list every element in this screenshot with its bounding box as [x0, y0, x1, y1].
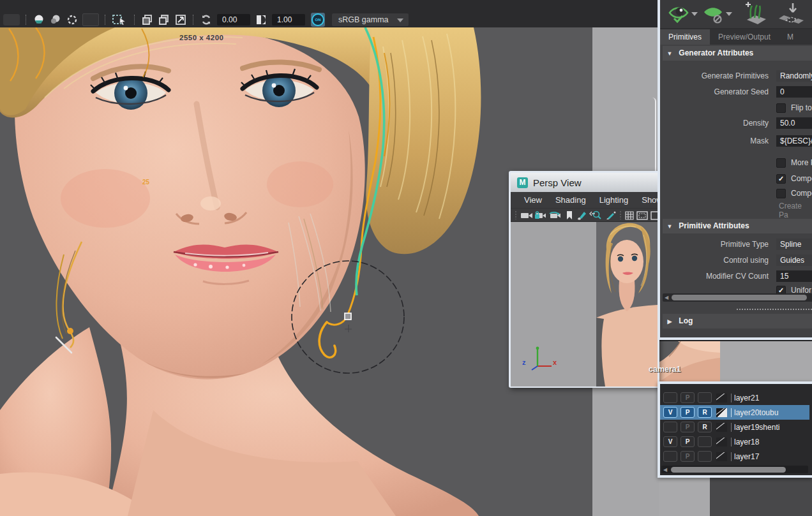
field-label: Control using: [660, 256, 776, 265]
scroll-left-arrow-icon[interactable]: ◀: [661, 467, 669, 473]
axis-gizmo: z x: [522, 344, 560, 372]
tab-clipped[interactable]: M: [779, 29, 802, 45]
collapse-triangle-icon: ▼: [663, 219, 677, 234]
menu-view[interactable]: View: [524, 195, 542, 205]
chevron-down-icon[interactable]: [691, 12, 698, 16]
field-label: Primitive Type: [660, 240, 776, 249]
section-title: Log: [679, 316, 693, 325]
visibility-toggle[interactable]: [663, 392, 677, 403]
layer-name[interactable]: layer17: [731, 452, 759, 461]
render-viewport[interactable]: 2550 x 4200: [0, 27, 592, 516]
ipr-render-icon[interactable]: [49, 14, 62, 26]
reference-toggle[interactable]: [698, 451, 712, 462]
snapshot-icon[interactable]: [66, 14, 79, 26]
camera-name-label: camera1: [649, 365, 681, 374]
chevron-down-icon: [397, 18, 403, 22]
reference-toggle[interactable]: [698, 392, 712, 403]
layer-name[interactable]: layer20toubu: [731, 408, 778, 417]
scrollbar-thumb[interactable]: [671, 467, 786, 473]
layer-row[interactable]: P R layer19shenti: [660, 420, 809, 434]
brush-icon: [606, 212, 616, 220]
layer-color-swatch[interactable]: [716, 394, 727, 402]
inactive-tool-icon[interactable]: [3, 14, 20, 26]
modifier-cv-count-input[interactable]: 15: [776, 270, 812, 282]
visibility-toggle[interactable]: [663, 451, 677, 462]
playback-toggle[interactable]: P: [680, 422, 695, 432]
playback-toggle[interactable]: P: [680, 407, 695, 418]
add-guides-icon[interactable]: [742, 2, 769, 26]
menu-lighting[interactable]: Lighting: [599, 195, 629, 205]
contrast-icon[interactable]: [255, 14, 267, 26]
import-to-surface-icon[interactable]: [778, 2, 806, 26]
layer-name[interactable]: layer19shenti: [731, 423, 779, 432]
gamma-field[interactable]: 1.00: [272, 14, 305, 26]
visibility-toggle[interactable]: [663, 422, 677, 432]
open-image-icon[interactable]: [174, 14, 187, 26]
select-region-icon[interactable]: [112, 14, 128, 26]
scroll-left-arrow-icon[interactable]: ◀: [663, 295, 670, 300]
reference-toggle[interactable]: R: [698, 422, 712, 432]
colorspace-dropdown[interactable]: sRGB gamma: [332, 13, 409, 26]
generate-primitives-dropdown[interactable]: Randomly: [776, 70, 812, 82]
persp-title-bar[interactable]: M Persp View: [511, 173, 658, 192]
show-guides-eye-icon[interactable]: [668, 3, 689, 25]
hide-hair-eye-icon[interactable]: [702, 3, 724, 25]
remove-image-icon[interactable]: [158, 14, 170, 26]
generator-attributes-header[interactable]: ▼ Generator Attributes: [663, 46, 812, 61]
desktop-light-area: [659, 475, 710, 516]
layer-name[interactable]: layer21: [731, 394, 759, 402]
layer-color-swatch[interactable]: [716, 408, 727, 417]
visibility-toggle[interactable]: V: [663, 407, 677, 418]
log-section-header[interactable]: ▶ Log: [663, 314, 812, 328]
compensate2-checkbox[interactable]: [776, 189, 786, 198]
playback-toggle[interactable]: P: [680, 451, 695, 462]
layer-row-selected[interactable]: V P R layer20toubu: [660, 405, 809, 420]
layer-row[interactable]: V P layer18: [660, 434, 809, 449]
layer-color-swatch[interactable]: [716, 452, 727, 461]
layer-name[interactable]: layer18: [731, 438, 759, 446]
color-management-toggle[interactable]: ON: [311, 13, 325, 27]
primitive-attributes-header[interactable]: ▼ Primitive Attributes: [663, 219, 812, 233]
flip-checkbox[interactable]: [776, 103, 786, 113]
persp-viewport[interactable]: z x: [511, 221, 658, 387]
grid-icon: [626, 212, 633, 219]
primitive-type-dropdown[interactable]: Spline: [776, 239, 812, 250]
persp-camera-pane[interactable]: [596, 222, 658, 387]
render-icon[interactable]: [33, 14, 45, 26]
compensate-checkbox[interactable]: ✓: [776, 174, 786, 184]
render-region-icon[interactable]: [82, 13, 99, 26]
checkbox-label: Compe: [791, 174, 812, 183]
create-button-disabled: Create Pa: [779, 202, 812, 219]
panel-horizontal-scrollbar[interactable]: ◀: [663, 293, 812, 302]
keep-image-icon[interactable]: [141, 14, 154, 26]
tab-preview-output[interactable]: Preview/Output: [710, 29, 779, 45]
refresh-icon[interactable]: [200, 14, 213, 26]
layer-horizontal-scrollbar[interactable]: ◀: [661, 466, 808, 473]
check-icon: ✓: [778, 175, 784, 182]
playback-toggle[interactable]: P: [680, 436, 695, 447]
field-label: Generator Seed: [660, 87, 776, 96]
reference-toggle[interactable]: R: [698, 407, 712, 418]
layer-row[interactable]: P layer17: [660, 449, 809, 464]
tab-primitives[interactable]: Primitives: [660, 29, 710, 45]
chevron-down-icon[interactable]: [726, 12, 732, 16]
screen: 0.00 1.00 ON sRGB gamma: [0, 0, 812, 516]
exposure-field[interactable]: 0.00: [217, 14, 250, 26]
mask-input[interactable]: ${DESC}/p: [776, 135, 812, 147]
more-checkbox[interactable]: [776, 158, 786, 168]
menu-shading[interactable]: Shading: [555, 195, 586, 205]
scrollbar-thumb[interactable]: [672, 295, 807, 300]
layer-color-swatch[interactable]: [716, 438, 727, 446]
reference-toggle[interactable]: [698, 436, 712, 447]
toolbar-separator: [134, 15, 135, 25]
density-input[interactable]: 50.0: [776, 117, 812, 129]
visibility-toggle[interactable]: V: [663, 436, 677, 447]
toolbar-separator: [26, 15, 27, 25]
panel-toolbar: [660, 0, 812, 29]
generator-seed-input[interactable]: 0: [776, 86, 812, 98]
field-label: Density: [660, 119, 776, 128]
control-using-dropdown[interactable]: Guides: [776, 254, 812, 266]
layer-color-swatch[interactable]: [716, 423, 727, 432]
layer-row[interactable]: P layer21: [660, 390, 809, 405]
playback-toggle[interactable]: P: [680, 392, 695, 403]
